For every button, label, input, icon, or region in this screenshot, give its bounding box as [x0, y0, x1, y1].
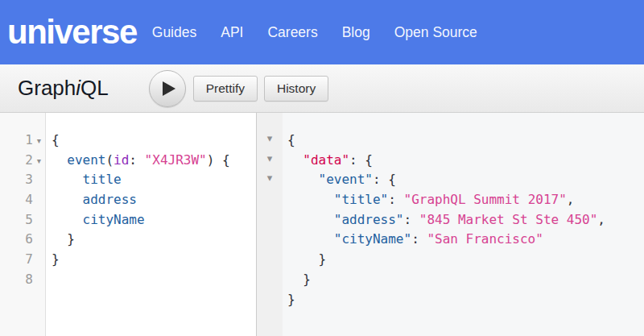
fold-slot — [257, 190, 283, 210]
code-token: } — [287, 272, 311, 287]
code-token: } — [52, 251, 60, 267]
code-token: address — [83, 192, 137, 207]
code-token: : — [411, 231, 427, 247]
code-line: "cityName": "San Francisco" — [287, 230, 644, 250]
code-token: id — [114, 152, 129, 168]
code-token: ) { — [207, 152, 230, 168]
code-line: title — [52, 170, 256, 190]
fold-arrow-icon[interactable]: ▾ — [33, 151, 45, 172]
gutter-row: 7 — [0, 250, 45, 270]
code-token: "cityName" — [334, 231, 411, 247]
code-token: "845 Market St Ste 450" — [419, 212, 598, 227]
result-fold-gutter: ▾▾▾ — [256, 113, 283, 336]
nav-item-api[interactable]: API — [221, 24, 243, 41]
query-editor[interactable]: 1▾2▾345678 { event(id: "X4JR3W") { title… — [0, 113, 256, 336]
line-number: 6 — [25, 230, 33, 250]
code-token: : { — [373, 172, 396, 187]
code-line: } — [52, 250, 256, 270]
code-line — [52, 270, 256, 290]
universe-logo[interactable]: universe — [7, 15, 137, 49]
code-line: { — [287, 131, 644, 151]
code-line: } — [287, 270, 644, 290]
code-token: { — [52, 132, 60, 147]
code-token: , — [597, 212, 605, 227]
code-token: "address" — [334, 212, 404, 227]
code-token: , — [567, 192, 575, 207]
code-line: event(id: "X4JR3W") { — [52, 151, 256, 171]
code-token — [52, 172, 83, 187]
code-token: : — [404, 212, 419, 227]
code-token — [52, 192, 83, 207]
nav-item-blog[interactable]: Blog — [342, 24, 370, 41]
code-token: } — [52, 231, 75, 247]
code-line: address — [52, 190, 256, 210]
line-number: 5 — [25, 210, 33, 230]
fold-arrow-icon[interactable]: ▾ — [257, 170, 283, 190]
query-line-gutter: 1▾2▾345678 — [0, 113, 46, 336]
prettify-button[interactable]: Prettify — [193, 76, 258, 102]
code-token — [52, 152, 67, 168]
code-token: "event" — [319, 172, 373, 187]
code-token: "title" — [334, 192, 388, 207]
play-icon — [163, 81, 175, 96]
code-token: "X4JR3W" — [145, 152, 207, 168]
line-number: 3 — [25, 170, 33, 190]
line-number: 2 — [25, 151, 33, 171]
graphiql-toolbar: GraphiQL Prettify History — [0, 64, 644, 113]
line-number: 7 — [25, 250, 33, 270]
nav-item-careers[interactable]: Careers — [267, 24, 317, 41]
code-line: "data": { — [287, 151, 644, 171]
code-token: cityName — [83, 212, 145, 227]
code-token — [287, 192, 334, 207]
code-token: : — [388, 192, 403, 207]
code-line: } — [52, 230, 256, 250]
main-nav: GuidesAPICareersBlogOpen Source — [152, 24, 502, 41]
code-token: } — [287, 292, 295, 307]
code-token: { — [287, 132, 295, 147]
code-line: { — [52, 131, 256, 151]
fold-slot — [257, 290, 283, 310]
editor-area: 1▾2▾345678 { event(id: "X4JR3W") { title… — [0, 113, 644, 336]
gutter-row: 1▾ — [0, 131, 45, 151]
fold-arrow-icon[interactable]: ▾ — [33, 131, 45, 151]
query-code[interactable]: { event(id: "X4JR3W") { title address ci… — [46, 113, 256, 336]
gutter-row: 8 — [0, 270, 45, 290]
code-token — [52, 212, 83, 227]
page: universe GuidesAPICareersBlogOpen Source… — [0, 0, 644, 336]
fold-slot — [257, 250, 283, 270]
history-button[interactable]: History — [264, 76, 328, 102]
line-number: 4 — [25, 190, 33, 210]
result-viewer: { "data": { "event": { "title": "GraphQL… — [283, 113, 644, 336]
code-token — [287, 212, 334, 227]
site-header: universe GuidesAPICareersBlogOpen Source — [0, 0, 644, 64]
fold-slot — [257, 210, 283, 230]
graphiql-title-pre: Graph — [18, 76, 76, 100]
gutter-row: 4 — [0, 190, 45, 210]
code-token: } — [287, 251, 326, 267]
gutter-row: 2▾ — [0, 151, 45, 171]
nav-item-open-source[interactable]: Open Source — [394, 24, 477, 41]
nav-item-guides[interactable]: Guides — [152, 24, 196, 41]
code-token: ( — [105, 152, 114, 168]
fold-slot — [257, 270, 283, 290]
gutter-row: 5 — [0, 210, 45, 230]
gutter-row: 6 — [0, 230, 45, 250]
code-line: } — [287, 250, 644, 270]
graphiql-title: GraphiQL — [18, 76, 109, 101]
code-token — [287, 152, 303, 168]
code-token: event — [67, 152, 105, 168]
execute-button[interactable] — [149, 70, 186, 107]
code-line: "address": "845 Market St Ste 450", — [287, 210, 644, 230]
fold-arrow-icon[interactable]: ▾ — [257, 131, 283, 151]
code-token: "GraphQL Summit 2017" — [404, 192, 567, 207]
line-number: 8 — [25, 270, 33, 290]
code-token: "San Francisco" — [427, 231, 543, 247]
graphiql-title-post: QL — [80, 76, 109, 100]
code-token: title — [83, 172, 122, 187]
code-token — [287, 231, 334, 247]
code-line: } — [287, 290, 644, 310]
code-token: : — [129, 152, 144, 168]
code-token: "data" — [303, 152, 349, 168]
fold-arrow-icon[interactable]: ▾ — [257, 151, 283, 171]
code-line: cityName — [52, 210, 256, 230]
